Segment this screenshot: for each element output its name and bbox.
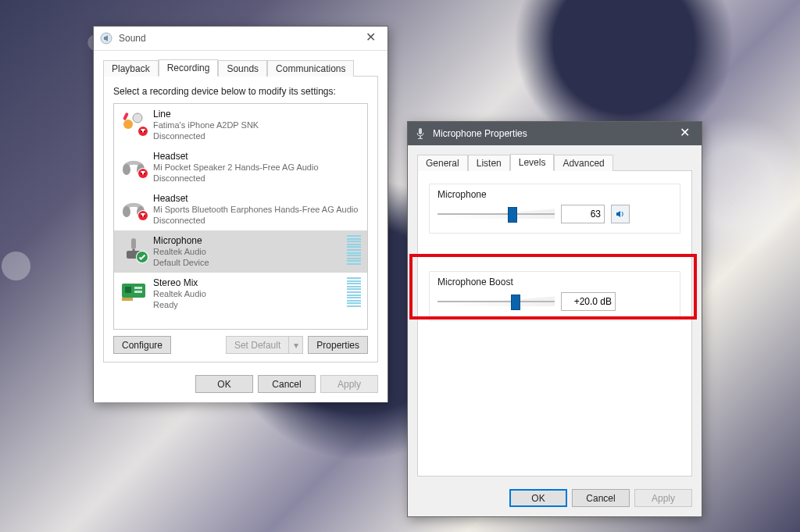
tab-advanced[interactable]: Advanced <box>554 155 612 171</box>
mic-icon <box>120 235 147 262</box>
mic-boost-slider[interactable] <box>438 292 555 311</box>
card-icon <box>120 277 147 304</box>
sound-tabs: Playback Recording Sounds Communications <box>103 59 378 76</box>
set-default-button: Set Default <box>226 336 289 354</box>
tab-playback[interactable]: Playback <box>103 60 159 77</box>
apply-button: Apply <box>320 375 378 393</box>
device-name: Microphone <box>153 235 342 246</box>
levels-panel: Microphone Microphone Boost <box>417 170 692 477</box>
disconnected-badge-icon <box>138 126 148 137</box>
mic-boost-label: Microphone Boost <box>438 277 672 287</box>
mic-tabs: General Listen Levels Advanced <box>417 153 692 170</box>
disconnected-badge-icon <box>138 210 148 221</box>
device-name: Stereo Mix <box>153 277 342 288</box>
apply-button: Apply <box>634 489 692 507</box>
device-row[interactable]: LineFatima's iPhone A2DP SNKDisconnected <box>114 104 367 146</box>
mic-titlebar[interactable]: Microphone Properties ✕ <box>408 122 702 145</box>
device-row[interactable]: HeadsetMi Sports Bluetooth Earphones Han… <box>114 188 367 230</box>
mic-boost-value[interactable] <box>561 292 616 311</box>
device-desc: Realtek Audio <box>153 246 342 257</box>
svg-rect-2 <box>420 136 421 138</box>
level-meter <box>347 277 361 307</box>
mic-level-value[interactable] <box>561 205 605 223</box>
mic-title: Microphone Properties <box>433 128 673 139</box>
mic-level-group: Microphone <box>429 184 680 234</box>
device-text: Stereo MixRealtek AudioReady <box>153 277 342 310</box>
device-text: HeadsetMi Sports Bluetooth Earphones Han… <box>153 193 361 226</box>
device-text: MicrophoneRealtek AudioDefault Device <box>153 235 342 268</box>
svg-rect-1 <box>419 128 422 134</box>
device-desc: Realtek Audio <box>153 288 342 299</box>
level-meter <box>347 235 361 265</box>
mic-level-slider[interactable] <box>438 205 555 223</box>
cancel-button[interactable]: Cancel <box>258 375 316 393</box>
device-status: Ready <box>153 299 342 310</box>
tab-general[interactable]: General <box>417 155 468 171</box>
tab-sounds[interactable]: Sounds <box>218 60 267 77</box>
device-status: Disconnected <box>153 130 361 141</box>
device-text: LineFatima's iPhone A2DP SNKDisconnected <box>153 109 361 141</box>
tab-recording[interactable]: Recording <box>159 59 219 77</box>
recording-panel: Select a recording device below to modif… <box>103 76 378 362</box>
device-row[interactable]: HeadsetMi Pocket Speaker 2 Hands-Free AG… <box>114 146 367 188</box>
ok-button[interactable]: OK <box>195 375 253 393</box>
device-status: Disconnected <box>153 215 361 226</box>
disconnected-badge-icon <box>138 168 148 179</box>
mic-level-label: Microphone <box>438 189 672 200</box>
device-name: Headset <box>153 151 361 162</box>
instruction-text: Select a recording device below to modif… <box>113 86 368 97</box>
device-desc: Mi Sports Bluetooth Earphones Hands-Free… <box>153 204 361 215</box>
configure-button[interactable]: Configure <box>113 336 171 354</box>
sound-title: Sound <box>119 33 359 44</box>
sound-titlebar[interactable]: Sound ✕ <box>94 27 388 51</box>
close-icon[interactable]: ✕ <box>359 30 381 46</box>
cancel-button[interactable]: Cancel <box>572 489 630 507</box>
line-icon <box>120 109 147 135</box>
tab-listen[interactable]: Listen <box>468 155 510 171</box>
device-row[interactable]: MicrophoneRealtek AudioDefault Device <box>114 230 367 273</box>
mic-boost-group: Microphone Boost <box>429 271 680 321</box>
device-desc: Mi Pocket Speaker 2 Hands-Free AG Audio <box>153 162 361 173</box>
device-status: Disconnected <box>153 173 361 184</box>
svg-rect-3 <box>418 138 423 139</box>
tab-communications[interactable]: Communications <box>267 60 354 77</box>
device-name: Headset <box>153 193 361 204</box>
device-name: Line <box>153 109 361 120</box>
close-icon[interactable]: ✕ <box>673 126 695 141</box>
device-text: HeadsetMi Pocket Speaker 2 Hands-Free AG… <box>153 151 361 184</box>
mic-properties-dialog: Microphone Properties ✕ General Listen L… <box>407 121 702 517</box>
tab-levels[interactable]: Levels <box>510 154 555 171</box>
ok-button[interactable]: OK <box>509 489 567 507</box>
device-status: Default Device <box>153 257 342 268</box>
device-row[interactable]: Stereo MixRealtek AudioReady <box>114 273 367 315</box>
headset-icon <box>120 193 147 220</box>
microphone-icon <box>414 127 427 140</box>
default-badge-icon <box>136 251 148 263</box>
properties-button[interactable]: Properties <box>308 336 368 354</box>
headset-icon <box>120 151 147 177</box>
device-list[interactable]: LineFatima's iPhone A2DP SNKDisconnected… <box>113 103 368 330</box>
device-desc: Fatima's iPhone A2DP SNK <box>153 120 361 130</box>
speaker-icon <box>100 32 112 45</box>
set-default-dropdown: ▾ <box>289 336 303 354</box>
mute-button[interactable] <box>611 205 630 223</box>
sound-dialog: Sound ✕ Playback Recording Sounds Commun… <box>93 26 388 402</box>
